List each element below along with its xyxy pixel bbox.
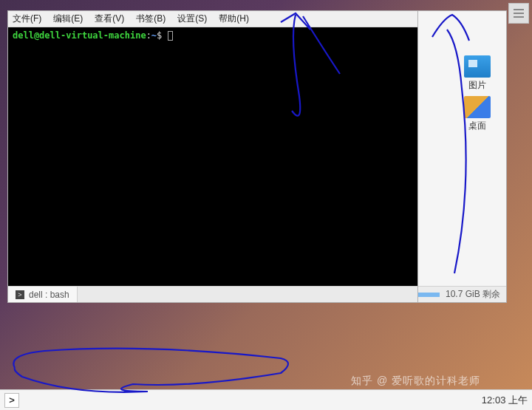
hamburger-menu-button[interactable] [508,3,529,24]
pictures-folder-icon [464,55,491,78]
terminal-tab-label: dell : bash [29,290,69,300]
fm-item-desktop[interactable]: 桌面 [464,96,491,132]
menu-view[interactable]: 查看(V) [95,13,124,25]
menu-edit[interactable]: 编辑(E) [53,13,83,25]
menu-help[interactable]: 帮助(H) [219,13,249,25]
taskbar: > 12:03 上午 [0,389,532,410]
terminal-cursor [168,31,173,41]
menu-file[interactable]: 文件(F) [13,13,41,25]
terminal-tab[interactable]: > dell : bash [8,287,78,302]
fm-icon-area: 图片 桌面 [454,55,500,132]
fm-item-label: 桌面 [464,120,491,132]
prompt-colon: : [146,30,151,41]
prompt-suffix: $ [157,30,167,41]
fm-item-label: 图片 [464,79,491,92]
terminal-tab-bar: > dell : bash [8,286,417,302]
fm-free-space: 10.7 GiB 剩余 [446,288,500,301]
terminal-window: 文件(F) 编辑(E) 查看(V) 书签(B) 设置(S) 帮助(H) dell… [7,10,418,303]
desktop-root: 图片 桌面 8 文件夹 10.7 GiB 剩余 文件(F) 编辑(E) 查看(V… [0,0,532,410]
fm-item-pictures[interactable]: 图片 [464,55,491,92]
menu-bookmarks[interactable]: 书签(B) [136,13,166,25]
desktop-folder-icon [464,96,491,118]
menu-settings[interactable]: 设置(S) [177,13,207,25]
app-launcher-button[interactable]: > [4,393,19,408]
prompt-path: ~ [151,30,157,41]
terminal-menubar: 文件(F) 编辑(E) 查看(V) 书签(B) 设置(S) 帮助(H) [8,11,417,27]
clock[interactable]: 12:03 上午 [482,394,528,407]
terminal-viewport[interactable]: dell@dell-virtual-machine:~$ [8,27,417,286]
watermark-text: 知乎 @ 爱听歌的计科老师 [351,375,480,388]
prompt-user-host: dell@dell-virtual-machine [13,30,146,41]
prompt-icon: > [16,290,24,299]
